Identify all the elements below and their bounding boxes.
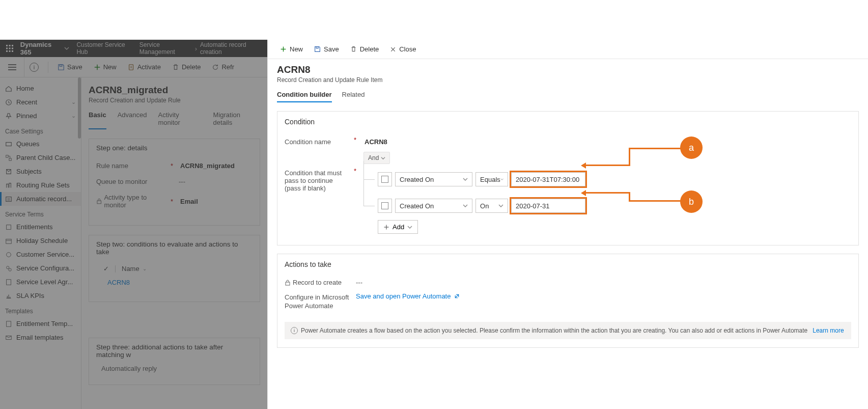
sidebar-item-subjects[interactable]: Subjects [0,165,81,178]
sidebar-item-queues[interactable]: Queues [0,137,81,151]
lock-icon [96,198,102,204]
delete-button[interactable]: Delete [168,61,205,73]
sidebar-item-label: Queues [16,140,40,148]
tab-basic[interactable]: Basic [89,111,106,129]
sidebar-item-label: Service Level Agr... [16,278,73,286]
app-launcher-icon[interactable] [4,42,15,54]
hamburger-button[interactable] [0,57,24,77]
step-three-section: Step three: additional actions to take a… [89,338,260,385]
record-create-label: Record to create [293,279,342,286]
and-group-button[interactable]: And [363,152,390,164]
svg-rect-18 [6,155,8,157]
add-condition-button[interactable]: Add [378,220,418,234]
svg-rect-17 [6,142,12,146]
value-input-b[interactable] [511,199,585,213]
rule-name-value[interactable]: ACRN8_migrated [180,162,235,170]
sidebar-item-recent[interactable]: Recent ⌄ [0,95,81,109]
lock-icon [285,280,291,286]
sidebar-group-case-settings: Case Settings [0,123,81,137]
chevron-down-icon[interactable] [64,46,69,51]
panel-delete-button[interactable]: Delete [345,43,384,55]
configure-link-text: Save and open Power Automate [356,292,451,300]
learn-more-link[interactable]: Learn more [813,327,844,334]
breadcrumb-item[interactable]: Service Management [139,41,192,56]
tab-migration-details[interactable]: Migration details [213,111,260,129]
field-select[interactable]: Created On [395,172,472,186]
panel-save-button[interactable]: Save [309,43,344,55]
sidebar-item-entitlement-temp[interactable]: Entitlement Temp... [0,317,81,331]
list-header[interactable]: ✓ Name ⌄ [96,262,253,276]
condition-row-1: Created On Equals [361,172,585,186]
panel-close-button[interactable]: Close [385,43,421,55]
new-button[interactable]: New [90,61,121,73]
panel-command-bar: New Save Delete Close [268,40,868,59]
sidebar-group-service-terms: Service Terms [0,206,81,220]
sidebar-item-sla-kpis[interactable]: SLA KPIs [0,289,81,303]
sidebar-item-label: Subjects [16,168,42,175]
step-two-title: Step two: conditions to evaluate and act… [96,240,253,256]
app-name-link[interactable]: Customer Service Hub [76,41,132,56]
breadcrumb-item[interactable]: Automatic record creation [200,41,263,56]
sidebar-item-service-config[interactable]: Service Configura... [0,261,81,275]
save-button[interactable]: Save [53,61,87,73]
sidebar-item-parent-child[interactable]: Parent Child Case... [0,151,81,165]
chevron-down-icon: ⌄ [143,266,147,271]
sidebar-item-pinned[interactable]: Pinned ⌄ [0,109,81,123]
svg-rect-27 [7,321,11,326]
operator-select[interactable]: On [475,199,508,213]
info-icon[interactable]: i [30,63,39,72]
condition-name-value[interactable]: ACRN8 [365,136,387,146]
record-title: ACRN8_migrated [89,85,260,96]
condition-row-2: Created On On [361,199,585,213]
back-command-bar: i Save New Activate Delete [24,57,267,77]
rule-name-label: Rule name [96,162,128,170]
save-open-pa-link[interactable]: Save and open Power Automate [356,292,460,300]
svg-rect-7 [9,50,10,52]
svg-point-24 [7,266,9,268]
sidebar-item-routing[interactable]: Routing Rule Sets [0,178,81,192]
tab-related[interactable]: Related [342,91,365,102]
queue-value[interactable]: --- [179,178,185,185]
refresh-button[interactable]: Refr [208,61,238,73]
step-one-title: Step one: details [96,144,253,152]
svg-rect-8 [12,50,13,52]
brand-name[interactable]: Dynamics 365 [20,41,61,56]
field-select[interactable]: Created On [395,199,472,213]
panel-title: ACRN8 [277,64,859,75]
svg-rect-19 [9,158,11,160]
operator-select[interactable]: Equals [475,172,508,186]
condition-name-label: Condition name [285,138,331,146]
sidebar-item-label: Service Configura... [16,264,74,272]
sidebar-item-entitlements[interactable]: Entitlements [0,220,81,234]
scrollbar-thumb[interactable] [78,77,81,139]
sidebar-item-home[interactable]: Home [0,81,81,95]
background-app: Dynamics 365 Customer Service Hub Servic… [0,40,267,409]
svg-rect-20 [6,197,12,201]
tab-condition-builder[interactable]: Condition builder [277,91,332,102]
sidebar-item-label: Entitlement Temp... [16,320,73,328]
panel-new-button[interactable]: New [275,43,308,55]
field-select-value: Created On [400,176,434,183]
svg-point-23 [7,252,11,257]
and-label: And [368,154,379,161]
svg-rect-4 [9,48,10,49]
sidebar-item-holiday[interactable]: Holiday Schedule [0,234,81,248]
operator-select-value: Equals [480,176,500,183]
panel-new-label: New [290,45,303,53]
svg-point-25 [9,268,11,271]
list-item-link[interactable]: ACRN8 [96,276,253,289]
panel-close-label: Close [399,45,416,53]
activate-button[interactable]: Activate [124,61,165,73]
condition-section-title: Condition [285,118,851,126]
tab-advanced[interactable]: Advanced [118,111,147,129]
row-checkbox[interactable] [378,172,392,186]
tab-activity-monitor[interactable]: Activity monitor [158,111,202,129]
sidebar-item-sla-agr[interactable]: Service Level Agr... [0,275,81,289]
check-icon: ✓ [103,265,109,272]
svg-rect-26 [7,279,11,285]
sidebar-item-email-templates[interactable]: Email templates [0,331,81,344]
value-input-a[interactable] [511,172,585,186]
row-checkbox[interactable] [378,199,392,213]
sidebar-item-customer-service[interactable]: Customer Service... [0,248,81,261]
sidebar-item-automatic-record[interactable]: Automatic record... [0,192,81,206]
